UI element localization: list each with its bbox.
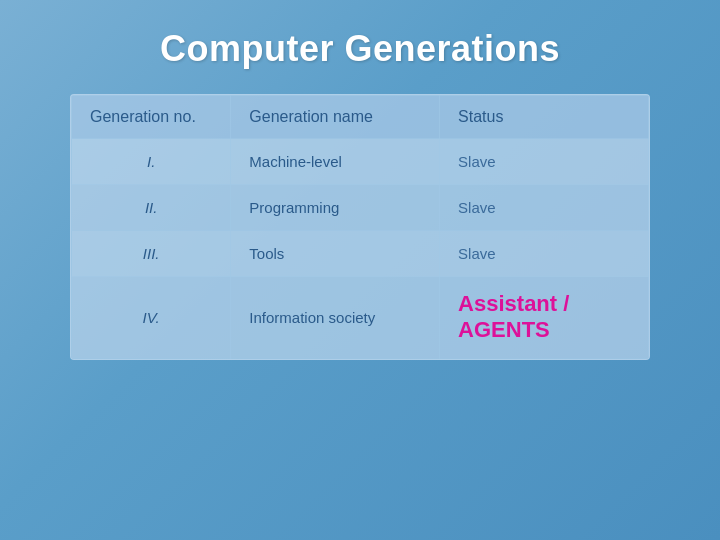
- table-row: III.ToolsSlave: [72, 231, 649, 277]
- cell-gen-status: Slave: [440, 185, 649, 231]
- cell-gen-number: I.: [72, 139, 231, 185]
- page-title: Computer Generations: [160, 28, 560, 70]
- cell-gen-number: IV.: [72, 277, 231, 359]
- generations-table-container: Generation no. Generation name Status I.…: [70, 94, 650, 360]
- cell-gen-name: Machine-level: [231, 139, 440, 185]
- col-header-number: Generation no.: [72, 96, 231, 139]
- col-header-status: Status: [440, 96, 649, 139]
- table-header-row: Generation no. Generation name Status: [72, 96, 649, 139]
- cell-gen-status: Slave: [440, 139, 649, 185]
- col-header-name: Generation name: [231, 96, 440, 139]
- cell-gen-name: Information society: [231, 277, 440, 359]
- cell-gen-status: Slave: [440, 231, 649, 277]
- generations-table: Generation no. Generation name Status I.…: [71, 95, 649, 359]
- table-row: I.Machine-levelSlave: [72, 139, 649, 185]
- cell-gen-name: Programming: [231, 185, 440, 231]
- table-row: IV.Information societyAssistant / AGENTS: [72, 277, 649, 359]
- cell-gen-name: Tools: [231, 231, 440, 277]
- cell-gen-number: II.: [72, 185, 231, 231]
- cell-gen-number: III.: [72, 231, 231, 277]
- cell-gen-status: Assistant / AGENTS: [440, 277, 649, 359]
- table-row: II.ProgrammingSlave: [72, 185, 649, 231]
